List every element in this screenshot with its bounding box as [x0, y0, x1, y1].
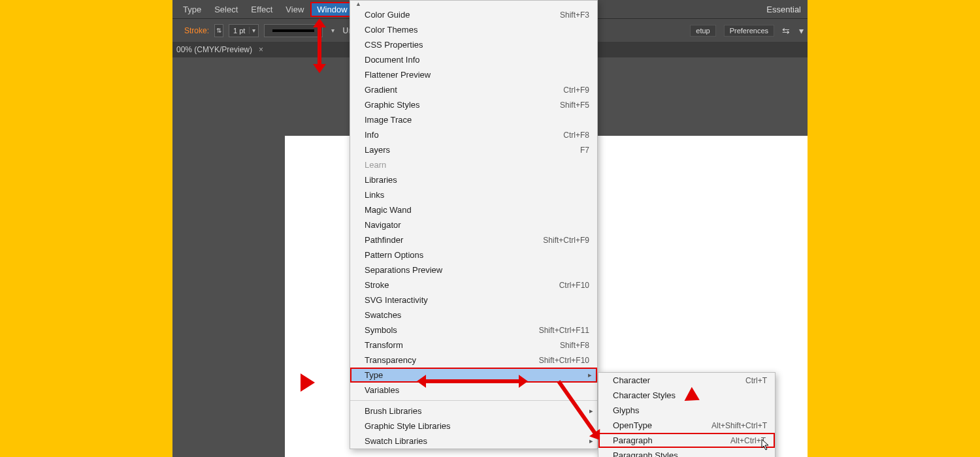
menu-item-swatches[interactable]: Swatches: [350, 307, 597, 323]
menu-item-pathfinder[interactable]: PathfinderShift+Ctrl+F9: [350, 232, 597, 247]
preferences-button[interactable]: Preferences: [724, 25, 774, 37]
menu-item-transform[interactable]: TransformShift+F8: [350, 338, 597, 353]
annotation-arrow-vertical: [314, 18, 325, 73]
menu-item-brush-libraries[interactable]: Brush Libraries: [350, 403, 597, 418]
menu-item-css-properties[interactable]: CSS Properties: [350, 37, 597, 52]
menu-type[interactable]: Type: [176, 2, 208, 17]
menu-item-graphic-style-libraries[interactable]: Graphic Style Libraries: [350, 418, 597, 433]
type-submenu: CharacterCtrl+T Character Styles Glyphs …: [598, 372, 776, 457]
stroke-stepper[interactable]: ⇅: [214, 24, 223, 37]
stroke-weight-field[interactable]: 1 pt ▾: [229, 24, 259, 37]
chevron-down-icon[interactable]: ▾: [799, 25, 804, 36]
panel-toggle-icon[interactable]: ⇆: [782, 25, 790, 36]
menu-item-svg-interactivity[interactable]: SVG Interactivity: [350, 292, 597, 307]
menu-item-symbols[interactable]: SymbolsShift+Ctrl+F11: [350, 323, 597, 338]
menu-item-image-trace[interactable]: Image Trace: [350, 112, 597, 127]
submenu-item-opentype[interactable]: OpenTypeAlt+Shift+Ctrl+T: [598, 418, 775, 433]
menu-select[interactable]: Select: [208, 2, 244, 17]
stroke-value: 1 pt: [229, 27, 249, 35]
close-icon[interactable]: ×: [259, 45, 263, 54]
menu-item-pattern-options[interactable]: Pattern Options: [350, 247, 597, 262]
menu-item-transparency[interactable]: TransparencyShift+Ctrl+F10: [350, 353, 597, 368]
menu-effect[interactable]: Effect: [244, 2, 279, 17]
menu-item-gradient[interactable]: GradientCtrl+F9: [350, 82, 597, 97]
menu-item-learn: Learn: [350, 157, 597, 172]
menu-item-info[interactable]: InfoCtrl+F8: [350, 127, 597, 142]
submenu-item-glyphs[interactable]: Glyphs: [598, 403, 775, 418]
submenu-item-paragraph-styles[interactable]: Paragraph Styles: [598, 448, 775, 457]
menu-item-color-guide[interactable]: Color GuideShift+F3: [350, 7, 597, 22]
menu-item-libraries[interactable]: Libraries: [350, 172, 597, 187]
document-tab-label: 00% (CMYK/Preview): [176, 45, 252, 54]
menu-item-separations-preview[interactable]: Separations Preview: [350, 262, 597, 277]
menu-item-document-info[interactable]: Document Info: [350, 52, 597, 67]
annotation-arrow-double: [417, 377, 528, 386]
scroll-up-icon[interactable]: ▲: [350, 1, 597, 7]
submenu-item-character[interactable]: CharacterCtrl+T: [598, 373, 775, 388]
stroke-label: Stroke:: [184, 26, 209, 35]
menu-item-swatch-libraries[interactable]: Swatch Libraries: [350, 433, 597, 449]
submenu-item-paragraph[interactable]: ParagraphAlt+Ctrl+T: [598, 433, 775, 448]
workspace-switcher[interactable]: Essential: [760, 2, 808, 17]
menu-item-color-themes[interactable]: Color Themes: [350, 22, 597, 37]
menu-view[interactable]: View: [279, 2, 310, 17]
chevron-down-icon[interactable]: ▾: [328, 27, 337, 34]
menu-window[interactable]: Window: [310, 2, 353, 17]
menu-item-navigator[interactable]: Navigator: [350, 217, 597, 232]
menu-item-stroke[interactable]: StrokeCtrl+F10: [350, 277, 597, 292]
menu-item-magic-wand[interactable]: Magic Wand: [350, 202, 597, 217]
document-setup-button[interactable]: etup: [690, 25, 715, 37]
cursor-icon: [761, 439, 770, 450]
menu-item-graphic-styles[interactable]: Graphic StylesShift+F5: [350, 97, 597, 112]
chevron-down-icon[interactable]: ▾: [249, 27, 258, 34]
menu-item-links[interactable]: Links: [350, 187, 597, 202]
menu-item-flattener-preview[interactable]: Flattener Preview: [350, 67, 597, 82]
annotation-arrow-right: [301, 373, 315, 392]
menu-separator: [350, 400, 597, 401]
menu-item-layers[interactable]: LayersF7: [350, 142, 597, 157]
